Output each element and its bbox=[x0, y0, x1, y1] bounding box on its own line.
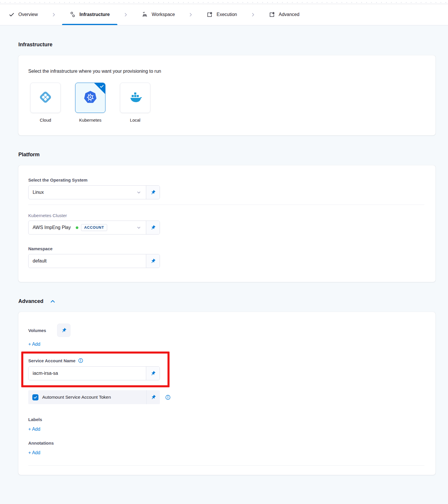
service-account-label: Service Account Name bbox=[28, 358, 75, 363]
option-kubernetes[interactable]: Kubernetes bbox=[73, 83, 107, 123]
tab-execution[interactable]: Execution bbox=[199, 4, 244, 25]
option-local-box[interactable] bbox=[120, 83, 150, 113]
tab-infrastructure[interactable]: Infrastructure bbox=[62, 4, 117, 25]
option-label: Local bbox=[130, 118, 140, 123]
pin-button[interactable] bbox=[146, 254, 160, 268]
option-cloud-box[interactable] bbox=[30, 83, 61, 113]
add-annotation-link[interactable]: + Add bbox=[28, 450, 40, 455]
tab-label: Execution bbox=[216, 12, 237, 17]
tab-label: Workspace bbox=[152, 12, 175, 17]
scope-badge: ACCOUNT bbox=[81, 224, 107, 231]
platform-card: Select the Operating System Linux Kubern… bbox=[18, 165, 435, 282]
cloud-icon bbox=[38, 90, 53, 106]
red-highlight-annotation: Service Account Name iacm-irsa-sa bbox=[21, 352, 170, 387]
option-label: Cloud bbox=[40, 118, 51, 123]
pin-button[interactable] bbox=[146, 367, 160, 380]
namespace-value: default bbox=[33, 258, 47, 264]
namespace-input[interactable]: default bbox=[28, 254, 160, 268]
chevron-down-icon[interactable] bbox=[136, 225, 142, 230]
os-label: Select the Operating System bbox=[28, 178, 424, 182]
check-icon bbox=[9, 12, 15, 17]
volumes-label: Volumes bbox=[28, 328, 46, 333]
divider bbox=[28, 465, 424, 466]
tab-label: Infrastructure bbox=[80, 12, 110, 17]
cluster-label: Kubernetes Cluster bbox=[28, 213, 424, 218]
cluster-value: AWS ImpEng Play bbox=[33, 225, 71, 230]
infrastructure-card: Select the infrastructure where you want… bbox=[18, 55, 435, 135]
os-value: Linux bbox=[33, 190, 44, 195]
namespace-label: Namespace bbox=[28, 246, 424, 251]
infrastructure-options: Cloud bbox=[28, 83, 424, 123]
advanced-heading: Advanced bbox=[18, 298, 43, 304]
connector-status-dot bbox=[76, 226, 78, 229]
pin-button[interactable] bbox=[146, 390, 160, 404]
chevron-right-icon bbox=[188, 4, 193, 25]
service-account-value: iacm-irsa-sa bbox=[33, 371, 58, 376]
pin-button[interactable] bbox=[146, 186, 160, 199]
box-gear-icon bbox=[207, 12, 213, 18]
stack-icon bbox=[142, 11, 148, 18]
divider bbox=[28, 205, 424, 205]
pin-button[interactable] bbox=[57, 324, 70, 337]
tab-advanced[interactable]: Advanced bbox=[261, 4, 307, 25]
pin-button[interactable] bbox=[146, 221, 160, 234]
option-local[interactable]: Local bbox=[118, 83, 152, 123]
chevron-right-icon bbox=[251, 4, 255, 25]
hexagons-icon bbox=[70, 12, 76, 18]
collapse-chevron-up-icon[interactable] bbox=[50, 299, 56, 304]
platform-heading: Platform bbox=[18, 152, 40, 158]
chevron-right-icon bbox=[51, 4, 56, 25]
option-label: Kubernetes bbox=[79, 118, 102, 123]
advanced-card: Volumes + Add Service Account Name iacm-… bbox=[18, 312, 435, 475]
tab-overview[interactable]: Overview bbox=[1, 4, 45, 25]
tab-workspace[interactable]: Workspace bbox=[134, 4, 183, 25]
infrastructure-prompt: Select the infrastructure where you want… bbox=[28, 69, 424, 74]
box-gear-icon bbox=[269, 12, 275, 18]
docker-icon bbox=[128, 90, 143, 106]
option-cloud[interactable]: Cloud bbox=[28, 83, 63, 123]
chevron-down-icon[interactable] bbox=[136, 190, 142, 195]
chevron-right-icon bbox=[123, 4, 128, 25]
wizard-tab-bar: Overview Infrastructure Workspace bbox=[0, 4, 448, 25]
automount-label: Automount Service Account Token bbox=[42, 395, 111, 400]
info-icon[interactable] bbox=[78, 358, 83, 363]
kubernetes-icon bbox=[83, 90, 98, 106]
option-kubernetes-box[interactable] bbox=[75, 83, 105, 113]
add-label-link[interactable]: + Add bbox=[28, 427, 40, 432]
add-volume-link[interactable]: + Add bbox=[28, 342, 40, 347]
annotations-label: Annotations bbox=[28, 441, 424, 446]
infrastructure-heading: Infrastructure bbox=[18, 42, 52, 48]
automount-checkbox[interactable] bbox=[32, 394, 38, 400]
os-select[interactable]: Linux bbox=[28, 185, 160, 199]
automount-row: Automount Service Account Token bbox=[28, 390, 160, 404]
tab-label: Overview bbox=[18, 12, 38, 17]
top-dotted-strip bbox=[0, 0, 448, 4]
labels-label: Labels bbox=[28, 417, 424, 422]
cluster-select[interactable]: AWS ImpEng Play ACCOUNT bbox=[28, 221, 160, 235]
info-icon[interactable] bbox=[165, 395, 171, 400]
service-account-input[interactable]: iacm-irsa-sa bbox=[28, 366, 160, 380]
tab-label: Advanced bbox=[279, 12, 299, 17]
